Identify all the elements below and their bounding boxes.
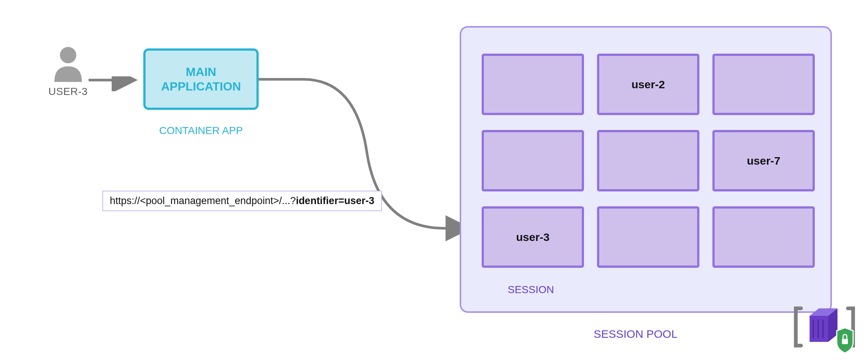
url-prefix: https://<pool_management_endpoint>/...?: [110, 195, 296, 206]
user-label: USER-3: [48, 86, 88, 98]
user-block: USER-3: [48, 45, 88, 98]
session-cell: [712, 206, 815, 268]
session-cell: [482, 54, 584, 115]
session-pool-container: user-2 user-7 user-3 SESSION: [460, 26, 832, 313]
container-app-caption: CONTAINER APP: [149, 125, 253, 137]
session-cell-label: user-7: [747, 155, 780, 167]
user-icon: [51, 45, 85, 82]
session-pool-title: SESSION POOL: [594, 328, 677, 340]
svg-rect-5: [842, 339, 848, 344]
main-app-line1: MAIN: [186, 65, 216, 79]
session-cell-label: user-3: [516, 231, 549, 244]
session-cell: [597, 130, 699, 191]
shield-icon: [837, 328, 853, 353]
main-app-line2: APPLICATION: [161, 80, 241, 93]
container-pool-icon: [793, 302, 856, 354]
session-cell: user-7: [712, 130, 815, 191]
session-cell-label: user-2: [631, 78, 665, 91]
session-cell: user-2: [597, 54, 699, 115]
url-box: https://<pool_management_endpoint>/...?i…: [102, 191, 382, 211]
arrow-user-to-app: [89, 76, 144, 91]
session-label: SESSION: [508, 284, 554, 296]
session-cell: [597, 206, 699, 268]
session-cell: user-3: [482, 206, 584, 268]
session-cell: [712, 54, 815, 115]
arrow-app-to-session: [259, 76, 482, 248]
session-cell: [482, 130, 584, 191]
url-identifier: identifier=user-3: [296, 195, 374, 206]
main-app-box: MAIN APPLICATION: [143, 48, 259, 110]
session-grid: user-2 user-7 user-3: [482, 54, 815, 268]
svg-point-0: [60, 47, 76, 63]
